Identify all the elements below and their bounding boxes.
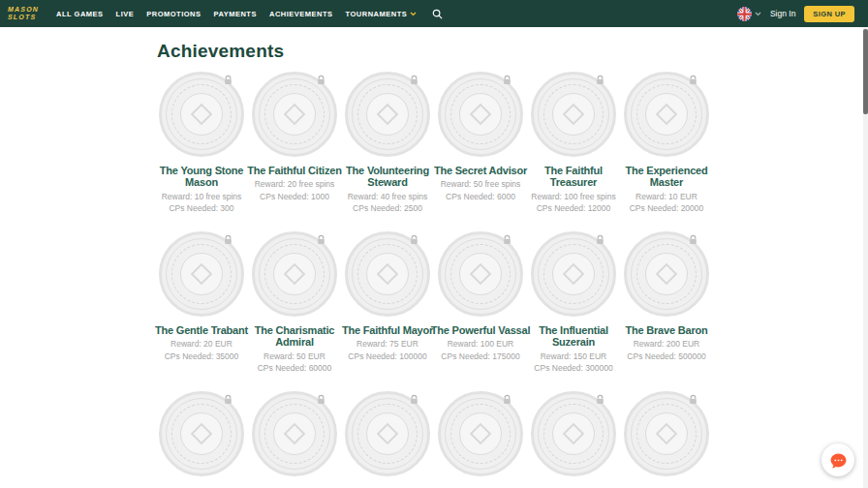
achievement-cps: CPs Needed: 1000 bbox=[241, 192, 348, 202]
nav-achievements[interactable]: ACHIEVEMENTS bbox=[269, 10, 333, 18]
achievement-medallion bbox=[624, 391, 709, 476]
lock-icon bbox=[409, 394, 419, 406]
achievement-medallion bbox=[438, 72, 523, 157]
achievement-cps: CPs Needed: 2500 bbox=[334, 203, 441, 214]
achievement-card: The Experienced Master Reward: 10 EUR CP… bbox=[620, 72, 713, 231]
page-scrollbar[interactable] bbox=[863, 27, 868, 488]
brand-logo[interactable]: MASON SLOTS bbox=[8, 6, 39, 21]
achievement-cps: CPs Needed: 12000 bbox=[520, 203, 627, 214]
achievement-title: The Powerful Vassal bbox=[427, 324, 534, 336]
achievement-card: The Brave Baron Reward: 200 EUR CPs Need… bbox=[620, 231, 713, 391]
achievement-card-partial bbox=[620, 391, 713, 488]
achievement-cps: CPs Needed: 60000 bbox=[241, 363, 348, 374]
achievement-cps: CPs Needed: 100000 bbox=[334, 351, 441, 362]
achievement-medallion bbox=[531, 231, 616, 317]
achievement-reward: Reward: 50 EUR bbox=[241, 351, 348, 362]
achievement-card-partial bbox=[527, 391, 620, 488]
chevron-down-icon bbox=[410, 12, 417, 16]
nav-all-games[interactable]: ALL GAMES bbox=[56, 10, 104, 18]
nav-promotions[interactable]: PROMOTIONS bbox=[146, 10, 201, 18]
achievement-cps: CPs Needed: 500000 bbox=[613, 351, 720, 362]
achievement-cps: CPs Needed: 175000 bbox=[427, 351, 534, 362]
achievement-medallion bbox=[159, 391, 244, 476]
lock-icon bbox=[502, 75, 512, 86]
lock-icon bbox=[595, 75, 605, 86]
achievement-reward: Reward: 100 free spins bbox=[520, 192, 627, 202]
achievement-reward: Reward: 20 free spins bbox=[241, 179, 348, 190]
main-nav: ALL GAMES LIVE PROMOTIONS PAYMENTS ACHIE… bbox=[56, 10, 417, 18]
achievement-medallion bbox=[252, 72, 337, 157]
achievement-cps: CPs Needed: 300 bbox=[148, 203, 255, 214]
achievement-card: The Volunteering Steward Reward: 40 free… bbox=[341, 72, 434, 231]
top-nav-bar: MASON SLOTS ALL GAMES LIVE PROMOTIONS PA… bbox=[0, 0, 868, 27]
achievement-reward: Reward: 50 free spins bbox=[427, 179, 534, 190]
lock-icon bbox=[595, 394, 605, 406]
achievement-title: The Influential Suzerain bbox=[520, 324, 627, 349]
achievement-medallion bbox=[438, 231, 523, 317]
achievement-cps: CPs Needed: 35000 bbox=[148, 351, 255, 362]
achievement-reward: Reward: 200 EUR bbox=[613, 339, 720, 350]
achievement-medallion bbox=[159, 231, 244, 317]
achievement-medallion bbox=[345, 72, 430, 157]
achievement-title: The Charismatic Admiral bbox=[241, 324, 348, 349]
search-button[interactable] bbox=[432, 9, 443, 19]
achievement-card: The Charismatic Admiral Reward: 50 EUR C… bbox=[248, 231, 341, 391]
achievement-medallion bbox=[531, 391, 616, 476]
achievement-medallion bbox=[252, 231, 337, 317]
achievement-reward: Reward: 10 EUR bbox=[613, 192, 720, 202]
achievement-cps: CPs Needed: 6000 bbox=[427, 192, 534, 202]
achievement-title: The Volunteering Steward bbox=[334, 165, 441, 189]
achievement-title: The Faithful Treasurer bbox=[520, 165, 627, 189]
achievement-card: The Faithful Citizen Reward: 20 free spi… bbox=[248, 72, 341, 231]
achievement-medallion bbox=[531, 72, 616, 157]
achievement-card: The Faithful Mayor Reward: 75 EUR CPs Ne… bbox=[341, 231, 434, 391]
achievement-medallion bbox=[624, 231, 709, 317]
achievement-reward: Reward: 75 EUR bbox=[334, 339, 441, 350]
achievement-cps: CPs Needed: 20000 bbox=[613, 203, 720, 214]
nav-live[interactable]: LIVE bbox=[116, 10, 135, 18]
achievement-card: The Powerful Vassal Reward: 100 EUR CPs … bbox=[434, 231, 527, 391]
search-icon bbox=[432, 9, 443, 19]
achievement-reward: Reward: 20 EUR bbox=[148, 339, 255, 350]
lock-icon bbox=[409, 234, 419, 246]
lock-icon bbox=[223, 234, 233, 246]
achievement-reward: Reward: 100 EUR bbox=[427, 339, 534, 350]
language-selector[interactable] bbox=[737, 7, 761, 21]
chat-widget-button[interactable] bbox=[822, 443, 854, 476]
lock-icon bbox=[316, 234, 326, 246]
achievement-medallion bbox=[252, 391, 337, 476]
achievement-title: The Secret Advisor bbox=[427, 165, 534, 176]
achievement-medallion bbox=[624, 72, 709, 157]
achievement-reward: Reward: 10 free spins bbox=[148, 192, 255, 202]
lock-icon bbox=[688, 394, 698, 406]
achievement-title: The Young Stone Mason bbox=[148, 165, 255, 189]
scrollbar-thumb[interactable] bbox=[863, 29, 868, 114]
lock-icon bbox=[688, 234, 698, 246]
achievement-card: The Secret Advisor Reward: 50 free spins… bbox=[434, 72, 527, 231]
lock-icon bbox=[502, 234, 512, 246]
chevron-down-icon bbox=[755, 12, 761, 16]
achievement-title: The Brave Baron bbox=[613, 324, 720, 336]
achievements-grid: The Young Stone Mason Reward: 10 free sp… bbox=[155, 72, 868, 488]
nav-tournaments[interactable]: TOURNAMENTS bbox=[346, 10, 418, 18]
achievement-card: The Influential Suzerain Reward: 150 EUR… bbox=[527, 231, 620, 391]
achievement-card: The Gentle Trabant Reward: 20 EUR CPs Ne… bbox=[155, 231, 248, 391]
achievement-medallion bbox=[159, 72, 244, 157]
lock-icon bbox=[316, 394, 326, 406]
achievement-card: The Faithful Treasurer Reward: 100 free … bbox=[527, 72, 620, 231]
uk-flag-icon bbox=[737, 7, 752, 21]
nav-payments[interactable]: PAYMENTS bbox=[214, 10, 257, 18]
achievement-card-partial bbox=[155, 391, 248, 488]
achievement-medallion bbox=[438, 391, 523, 476]
sign-in-link[interactable]: Sign In bbox=[770, 9, 795, 18]
achievement-reward: Reward: 150 EUR bbox=[520, 351, 627, 362]
lock-icon bbox=[223, 394, 233, 406]
header-right-group: Sign In SIGN UP bbox=[737, 6, 854, 22]
sign-up-button[interactable]: SIGN UP bbox=[804, 6, 854, 22]
lock-icon bbox=[409, 75, 419, 86]
lock-icon bbox=[502, 394, 512, 406]
achievement-title: The Experienced Master bbox=[613, 165, 720, 189]
achievement-medallion bbox=[345, 231, 430, 317]
lock-icon bbox=[595, 234, 605, 246]
chat-bubble-icon bbox=[829, 451, 848, 470]
